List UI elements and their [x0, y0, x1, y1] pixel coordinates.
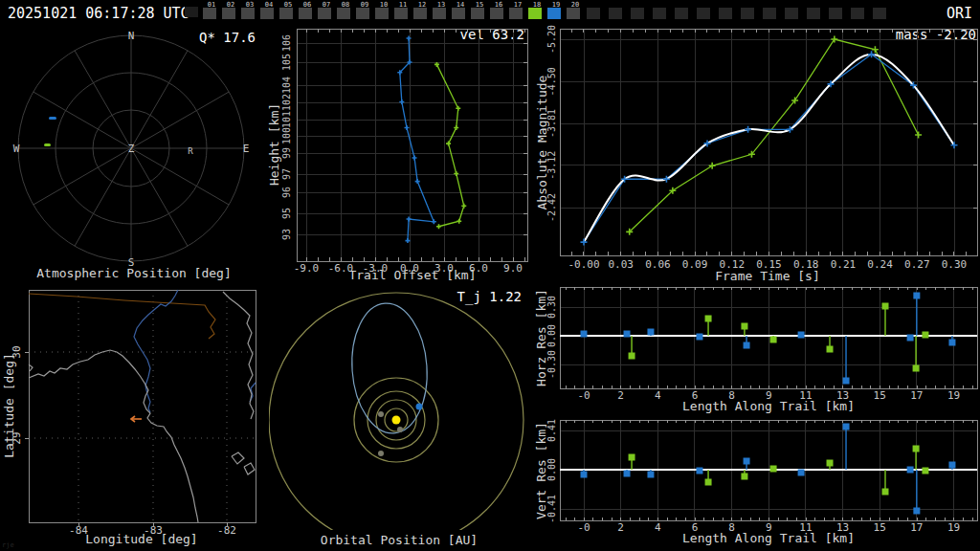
res-point-camera-blue	[696, 334, 702, 341]
length-tick-label: 13	[836, 521, 849, 534]
map-plot-border	[29, 290, 256, 522]
frame-cell-07[interactable]	[318, 8, 331, 19]
length-tick-label: 4	[655, 389, 661, 402]
frame-cell-01[interactable]	[203, 8, 216, 19]
magnitude-panel: mass -2.20 Frame Time [s] Absolute Magni…	[535, 25, 977, 283]
height-tick-label: 95	[281, 208, 292, 219]
frame-cell-number: 05	[284, 1, 292, 9]
res-point-camera-green	[629, 454, 635, 461]
lon-tick-label: -84	[69, 524, 88, 537]
frame-cell-empty[interactable]	[587, 8, 600, 19]
height-tick-label: 97	[281, 168, 292, 180]
frame-cell-empty[interactable]	[785, 8, 798, 19]
frame-cell-02[interactable]	[222, 8, 235, 19]
meteoroid-dot	[416, 404, 423, 410]
map-xlabel: Longitude [deg]	[85, 532, 197, 546]
res-point-camera-blue	[624, 331, 631, 338]
frame-cell-number: 08	[342, 1, 349, 9]
coastline-atlantic	[223, 292, 254, 419]
frame-cell-empty[interactable]	[873, 8, 886, 19]
frame-cell-empty[interactable]	[675, 8, 688, 19]
trail-point-camera-green	[446, 142, 451, 146]
zenith-label: Z	[128, 143, 135, 155]
length-tick-label: 13	[836, 389, 849, 402]
frame-cell-number: 04	[265, 1, 273, 9]
frame-cell-20[interactable]	[567, 8, 580, 19]
length-tick-label: 6	[692, 389, 699, 402]
frame-cell-empty[interactable]	[631, 8, 644, 19]
trail-ylabel: Height [km]	[267, 103, 281, 186]
frame-cell-empty[interactable]	[697, 8, 710, 19]
frame-cell-empty[interactable]	[653, 8, 666, 19]
time-tick-label: 0.15	[756, 258, 782, 271]
time-tick-label: 0.12	[720, 258, 746, 271]
time-tick-label: 0.27	[904, 258, 930, 271]
offset-tick-label: -6.0	[328, 262, 354, 275]
time-tick-label: 0.30	[942, 258, 968, 271]
res-tick-label: 0.00	[546, 324, 557, 347]
meteoroid-orbit-ellipse	[347, 300, 431, 435]
frame-cell-14[interactable]	[452, 8, 465, 19]
frame-cell-09[interactable]	[356, 8, 369, 19]
trail-point-camera-blue	[399, 99, 404, 104]
frame-cell-number: 07	[323, 1, 330, 9]
frame-cell-04[interactable]	[260, 8, 274, 19]
frame-cell-empty[interactable]	[807, 8, 820, 19]
frame-cell-03[interactable]	[241, 8, 255, 19]
res-point-camera-green	[922, 332, 928, 339]
res-tick-label: -0.30	[546, 350, 557, 379]
radiant-label: R	[188, 146, 193, 156]
frame-cell-number: 11	[399, 1, 407, 9]
frame-cell-15[interactable]	[471, 8, 484, 19]
res-point-camera-blue	[744, 458, 750, 465]
frame-cell-08[interactable]	[337, 8, 350, 19]
offset-tick-label: 6.0	[469, 262, 488, 275]
length-tick-label: 6	[692, 521, 699, 534]
island	[244, 463, 255, 474]
state-border-line	[29, 294, 215, 339]
frame-cell-06[interactable]	[299, 8, 312, 19]
ground-map-panel: Longitude [deg] Latitude [deg] -84-83-82…	[2, 290, 256, 546]
frame-cell-19[interactable]	[547, 8, 561, 19]
res-tick-label: 0.41	[546, 419, 557, 442]
frame-strip: 0102030405060708091011121314151617181920	[185, 1, 886, 19]
frame-cell-number: 14	[457, 1, 464, 9]
length-tick-label: 8	[728, 521, 735, 534]
residuals-panels: Length Along Trail [km] Horz Res [km] Le…	[534, 287, 977, 545]
frame-cell-placeholder[interactable]	[185, 7, 198, 17]
res-point-camera-blue	[843, 378, 850, 385]
height-tick-label: 99	[281, 147, 292, 159]
frame-cell-empty[interactable]	[851, 8, 864, 19]
lightcurve-point-green	[872, 46, 879, 53]
length-tick-label: 19	[947, 389, 960, 402]
res-point-camera-blue	[581, 472, 588, 478]
frame-cell-empty[interactable]	[719, 8, 732, 19]
frame-cell-16[interactable]	[490, 8, 503, 19]
frame-cell-13[interactable]	[433, 8, 446, 19]
planet-dot	[397, 427, 403, 432]
frame-cell-empty[interactable]	[829, 8, 842, 19]
compass-west-label: W	[13, 143, 20, 155]
frame-cell-number: 09	[361, 1, 368, 9]
frame-cell-11[interactable]	[394, 8, 408, 19]
frame-cell-empty[interactable]	[741, 8, 754, 19]
lon-tick-label: -83	[144, 524, 163, 537]
lightcurve-point-green	[831, 36, 837, 43]
trail-point-camera-blue	[415, 179, 420, 184]
frame-cell-empty[interactable]	[609, 8, 622, 19]
res-point-camera-blue	[913, 508, 920, 515]
length-tick-label: 9	[766, 521, 772, 534]
trail-point-camera-green	[461, 204, 466, 209]
frame-cell-number: 15	[476, 1, 483, 9]
frame-cell-12[interactable]	[413, 8, 427, 19]
frame-cell-05[interactable]	[279, 8, 293, 19]
frame-cell-17[interactable]	[509, 8, 523, 19]
frame-cell-10[interactable]	[375, 8, 389, 19]
frame-cell-empty[interactable]	[763, 8, 776, 19]
res-point-camera-blue	[798, 332, 805, 339]
q-value-label: Q* 17.6	[199, 30, 256, 45]
length-tick-label: 2	[617, 389, 624, 402]
frame-cell-number: 16	[495, 1, 502, 9]
frame-cell-18[interactable]	[528, 8, 542, 19]
lightcurve-green	[630, 39, 919, 231]
